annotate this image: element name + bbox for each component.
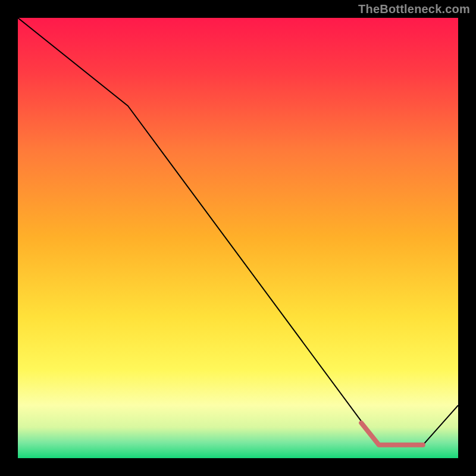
highlight-dot: [390, 443, 394, 447]
highlight-dot: [416, 443, 421, 447]
highlight-dot: [403, 443, 408, 447]
watermark-label: TheBottleneck.com: [358, 2, 470, 16]
bottleneck-chart: [18, 18, 458, 458]
gradient-background: [18, 18, 458, 458]
plot-area: [18, 18, 458, 458]
chart-stage: TheBottleneck.com: [0, 0, 476, 476]
